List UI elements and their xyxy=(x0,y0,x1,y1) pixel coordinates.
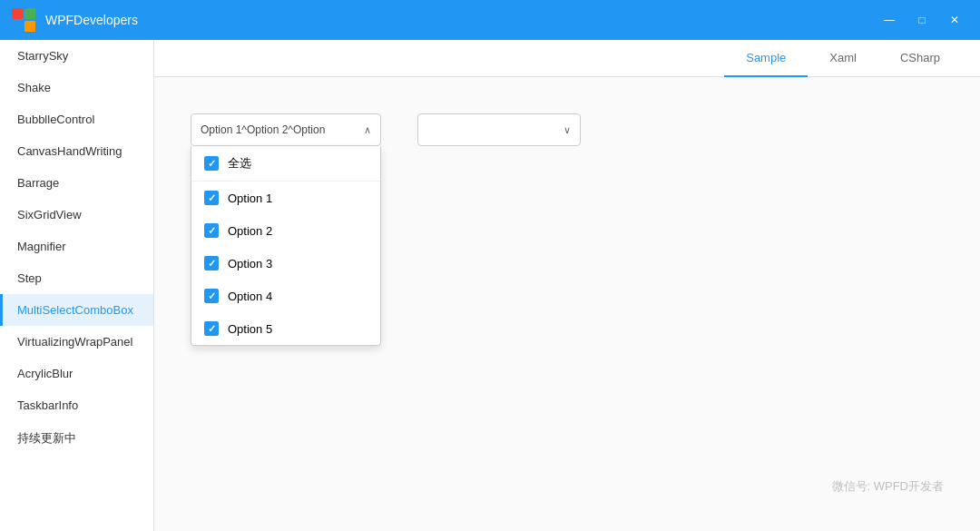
dropdown-panel: ✓ 全选 ✓Option 1✓Option 2✓Option 3✓Option … xyxy=(191,146,381,346)
close-button[interactable]: ✕ xyxy=(940,5,969,34)
content-area: SampleXamlCSharp Option 1^Option 2^Optio… xyxy=(154,40,980,531)
checkmark-icon: ✓ xyxy=(208,226,216,236)
sidebar-item-shake[interactable]: Shake xyxy=(0,72,153,103)
option-label-opt2: Option 2 xyxy=(228,224,272,238)
sidebar-item-updating[interactable]: 持续更新中 xyxy=(0,421,153,456)
option-label-opt4: Option 4 xyxy=(228,290,272,303)
sidebar-item-sixGridView[interactable]: SixGridView xyxy=(0,199,153,231)
checkmark-icon: ✓ xyxy=(208,193,216,203)
dropdown-option-opt2[interactable]: ✓Option 2 xyxy=(191,214,380,247)
svg-rect-1 xyxy=(24,8,35,19)
checkbox-opt5[interactable]: ✓ xyxy=(204,321,219,336)
select-all-checkbox[interactable]: ✓ xyxy=(204,156,219,171)
checkmark-icon: ✓ xyxy=(208,259,216,269)
multiselect-combobox-wrapper: Option 1^Option 2^Option ∧ ✓ 全选 ✓Option … xyxy=(191,113,381,146)
maximize-button[interactable]: □ xyxy=(907,5,936,34)
combobox-selected-text: Option 1^Option 2^Option xyxy=(201,123,358,136)
checkbox-opt1[interactable]: ✓ xyxy=(204,191,219,205)
tab-csharp[interactable]: CSharp xyxy=(878,40,962,77)
chevron-up-icon: ∧ xyxy=(364,124,371,136)
select-all-label: 全选 xyxy=(228,155,251,172)
sidebar: StarrySkyShakeBubblleControlCanvasHandWr… xyxy=(0,40,154,531)
sidebar-item-barrage[interactable]: Barrage xyxy=(0,167,153,199)
dropdown-option-opt3[interactable]: ✓Option 3 xyxy=(191,247,380,280)
tab-sample[interactable]: Sample xyxy=(724,40,808,77)
dropdown-option-opt5[interactable]: ✓Option 5 xyxy=(191,312,380,345)
sidebar-item-starrySky[interactable]: StarrySky xyxy=(0,40,153,72)
tabbar: SampleXamlCSharp xyxy=(154,40,980,77)
watermark: 微信号: WPFD开发者 xyxy=(832,478,945,495)
select-all-row[interactable]: ✓ 全选 xyxy=(191,146,380,182)
app-logo xyxy=(11,7,36,33)
checkbox-opt3[interactable]: ✓ xyxy=(204,256,219,270)
tab-xaml[interactable]: Xaml xyxy=(808,40,878,77)
minimize-button[interactable]: — xyxy=(875,5,904,34)
option-label-opt5: Option 5 xyxy=(228,322,272,336)
sidebar-item-canvasHandWriting[interactable]: CanvasHandWriting xyxy=(0,135,153,167)
sidebar-item-acrylicBlur[interactable]: AcrylicBlur xyxy=(0,358,153,389)
chevron-down-icon: ∨ xyxy=(564,124,571,136)
checkbox-opt2[interactable]: ✓ xyxy=(204,223,219,238)
sidebar-item-step[interactable]: Step xyxy=(0,262,153,294)
dropdown-option-opt1[interactable]: ✓Option 1 xyxy=(191,182,380,214)
dropdown-option-opt4[interactable]: ✓Option 4 xyxy=(191,280,380,312)
empty-combobox[interactable]: ∨ xyxy=(417,113,581,146)
window-controls: — □ ✕ xyxy=(875,5,969,34)
check-mark-icon: ✓ xyxy=(208,159,216,169)
sidebar-item-taskbarInfo[interactable]: TaskbarInfo xyxy=(0,389,153,421)
combobox-trigger[interactable]: Option 1^Option 2^Option ∧ xyxy=(191,113,381,146)
app-title: WPFDevelopers xyxy=(45,13,875,27)
sample-area: Option 1^Option 2^Option ∧ ✓ 全选 ✓Option … xyxy=(154,77,980,531)
option-label-opt3: Option 3 xyxy=(228,257,272,270)
app-body: StarrySkyShakeBubblleControlCanvasHandWr… xyxy=(0,40,980,531)
svg-rect-0 xyxy=(12,8,23,19)
checkmark-icon: ✓ xyxy=(208,291,216,301)
checkbox-opt4[interactable]: ✓ xyxy=(204,289,219,303)
sidebar-item-multiSelectComboBox[interactable]: MultiSelectComboBox xyxy=(0,294,153,326)
svg-rect-2 xyxy=(12,21,23,32)
option-label-opt1: Option 1 xyxy=(228,192,272,205)
checkmark-icon: ✓ xyxy=(208,324,216,334)
sidebar-item-magnifier[interactable]: Magnifier xyxy=(0,231,153,262)
titlebar: WPFDevelopers — □ ✕ xyxy=(0,0,980,40)
sidebar-item-bubbleControl[interactable]: BubblleControl xyxy=(0,103,153,135)
svg-rect-3 xyxy=(24,21,35,32)
sidebar-item-virtualizingWrapPanel[interactable]: VirtualizingWrapPanel xyxy=(0,326,153,358)
